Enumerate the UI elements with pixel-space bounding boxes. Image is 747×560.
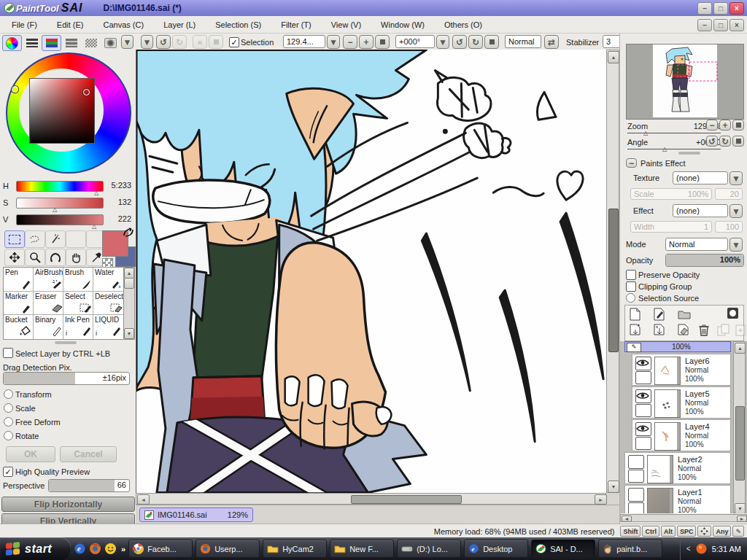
rotate-reset-button[interactable] xyxy=(484,35,499,49)
rotate-radio[interactable] xyxy=(4,431,13,440)
scale-radio[interactable] xyxy=(4,403,13,413)
task-userpage[interactable]: Userp... xyxy=(196,540,260,558)
selection-checkbox[interactable]: ✓ xyxy=(229,37,239,47)
hand-tool[interactable] xyxy=(66,249,86,266)
selection-next-button[interactable] xyxy=(209,35,223,49)
flip-view-button[interactable]: ⇄ xyxy=(544,35,559,49)
visibility-eye-icon[interactable] xyxy=(635,357,651,370)
tool-grid-scrollbar[interactable]: ▲ ▼ xyxy=(123,267,135,340)
minimize-button[interactable]: – xyxy=(697,2,712,15)
layer-row-layer4[interactable]: Layer4 Normal 100% xyxy=(632,419,731,451)
clipping-group-checkbox[interactable] xyxy=(626,281,636,292)
layer-scroll-up[interactable]: ▲ xyxy=(735,343,746,354)
lasso-tool[interactable] xyxy=(25,230,45,248)
zoom-tool[interactable] xyxy=(25,249,45,266)
task-hycam2[interactable]: HyCam2 xyxy=(263,540,327,558)
close-button[interactable]: × xyxy=(729,2,744,15)
selection-source-radio[interactable] xyxy=(626,293,635,303)
sat-slider-thumb[interactable]: △ xyxy=(53,206,57,213)
mdi-minimize-button[interactable]: – xyxy=(697,19,712,31)
task-paintbrush[interactable]: paint.b... xyxy=(598,540,662,558)
tray-chevron-icon[interactable]: < xyxy=(686,545,691,553)
document-tab[interactable]: IMG01146.sai 129% xyxy=(139,508,253,522)
menu-edit[interactable]: Edit (E) xyxy=(57,20,84,29)
left-panel-dropdown-button[interactable]: ▼ xyxy=(121,35,133,49)
nav-rotate-cw-button[interactable]: ↻ xyxy=(719,136,731,147)
visibility-eye-empty[interactable] xyxy=(628,455,644,469)
mixer-bars-panel-icon[interactable] xyxy=(61,35,81,51)
layer-mask-icon[interactable] xyxy=(727,308,738,319)
effect-dropdown-button[interactable]: ▼ xyxy=(729,204,743,218)
quicklaunch-ie-icon[interactable]: e xyxy=(74,542,86,555)
tool-grid-scroll-down[interactable]: ▼ xyxy=(124,328,134,339)
val-slider-thumb[interactable]: △ xyxy=(92,223,96,230)
layer-link-box[interactable] xyxy=(635,371,651,384)
mode-dropdown-button[interactable]: ▼ xyxy=(729,238,743,252)
navigator[interactable] xyxy=(626,44,744,120)
toolbar-dropdown-button[interactable]: ▼ xyxy=(141,35,153,49)
canvas-scroll-up[interactable]: ▲ xyxy=(608,51,619,63)
layer-list-scrollbar[interactable]: ▲ ▼ xyxy=(733,341,746,513)
move-tool[interactable] xyxy=(4,249,25,266)
maximize-button[interactable]: □ xyxy=(713,2,728,15)
canvas-scroll-left[interactable]: ◄ xyxy=(137,494,150,505)
new-folder-icon[interactable] xyxy=(678,309,691,319)
layer-row-layer2[interactable]: Layer2 Normal 100% xyxy=(624,452,731,484)
nav-zoom-thumb[interactable]: △ xyxy=(643,130,648,136)
layer-link-box[interactable] xyxy=(628,502,644,513)
new-linework-layer-icon[interactable] xyxy=(654,308,665,321)
preserve-opacity-checkbox[interactable] xyxy=(626,270,636,280)
hue-slider[interactable] xyxy=(16,181,104,192)
zoom-reset-button[interactable] xyxy=(375,35,390,49)
layer-link-box[interactable] xyxy=(628,470,644,483)
val-slider[interactable] xyxy=(16,214,104,225)
texture-dropdown-button[interactable]: ▼ xyxy=(729,171,743,185)
rgb-sliders-panel-icon[interactable] xyxy=(42,35,61,51)
nav-angle-slider[interactable] xyxy=(627,149,721,149)
nav-rotate-ccw-button[interactable]: ↺ xyxy=(706,136,718,147)
layer-list-hscrollbar[interactable]: ◄ ► xyxy=(620,514,747,522)
task-new-folder[interactable]: New F... xyxy=(330,540,394,558)
task-sai[interactable]: SAI - D... xyxy=(531,540,595,558)
nav-rotate-reset-button[interactable] xyxy=(732,136,744,147)
gray-bars-panel-icon[interactable] xyxy=(22,35,42,51)
zoom-in-button[interactable]: + xyxy=(359,35,374,49)
canvas-hscroll-thumb[interactable] xyxy=(351,495,462,504)
rotate-view-tool[interactable] xyxy=(45,249,66,266)
nav-zoom-slider[interactable] xyxy=(627,133,721,133)
paints-effect-collapse-button[interactable]: − xyxy=(626,158,637,168)
effect-combo[interactable]: (none) xyxy=(673,204,728,217)
menu-layer[interactable]: Layer (L) xyxy=(163,20,196,29)
paint-mode-box[interactable]: Normal xyxy=(505,35,541,48)
menu-window[interactable]: Window (W) xyxy=(381,20,425,29)
canvas-vscrollbar[interactable]: ▲ ▼ xyxy=(606,50,619,493)
rotate-cw-button[interactable]: ↻ xyxy=(468,35,483,49)
layer-scroll-thumb[interactable] xyxy=(735,406,745,481)
new-layer-icon[interactable] xyxy=(630,308,640,321)
tool-grid-scroll-up[interactable]: ▲ xyxy=(124,268,134,279)
nav-zoom-in-button[interactable]: + xyxy=(719,120,731,131)
angle-combo-dropdown-button[interactable]: ▼ xyxy=(436,35,449,49)
layer-row-layer1[interactable]: Layer1 Normal 100% xyxy=(624,485,731,513)
swatch-grid-panel-icon[interactable] xyxy=(81,35,101,51)
zoom-combo-dropdown-button[interactable]: ▼ xyxy=(327,35,340,49)
menu-others[interactable]: Others (O) xyxy=(444,20,482,29)
clear-layer-icon[interactable] xyxy=(678,324,690,337)
tool-grid-scroll-thumb[interactable] xyxy=(124,278,134,289)
transfer-down-icon[interactable] xyxy=(630,324,641,338)
task-desktop[interactable]: e Desktop xyxy=(464,540,528,558)
task-facebook[interactable]: Faceb... xyxy=(128,540,193,558)
quicklaunch-firefox-icon[interactable] xyxy=(89,542,101,555)
layer-row-layer6[interactable]: Layer6 Normal 100% xyxy=(632,354,731,386)
saturation-value-square[interactable] xyxy=(29,78,95,144)
menu-canvas[interactable]: Canvas (C) xyxy=(104,20,144,29)
layer-scroll-down[interactable]: ▼ xyxy=(735,503,746,513)
layer-row-layer5[interactable]: Layer5 Normal 100% xyxy=(632,386,731,419)
hq-preview-checkbox[interactable]: ✓ xyxy=(3,467,13,477)
hue-marker[interactable] xyxy=(12,86,18,93)
drag-detection-slider[interactable]: ±16pix xyxy=(3,372,130,385)
menu-view[interactable]: View (V) xyxy=(331,20,361,29)
right-panel-handle[interactable] xyxy=(678,152,700,155)
quicklaunch-chevron-icon[interactable]: » xyxy=(121,545,125,553)
cancel-button[interactable]: Cancel xyxy=(60,446,117,462)
